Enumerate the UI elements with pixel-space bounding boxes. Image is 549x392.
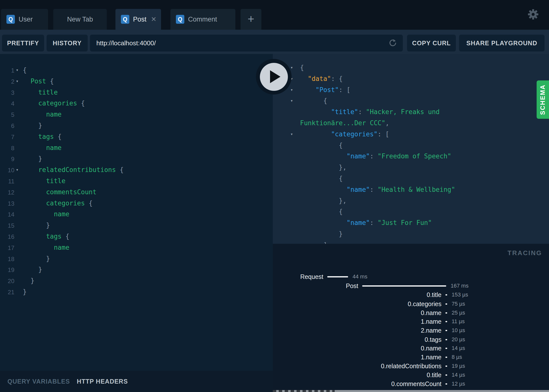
code-token: { (23, 66, 27, 74)
tracing-value: 20 µs (452, 335, 465, 344)
collapse-arrow-icon[interactable]: ▾ (290, 129, 293, 140)
response-token: { (339, 75, 343, 82)
fold-arrow-icon[interactable]: ▾ (16, 76, 19, 87)
line-number: 20 (0, 276, 14, 287)
tracing-label: 0.tags (273, 335, 441, 344)
response-token: "name" (347, 219, 370, 226)
reload-schema-icon[interactable] (388, 38, 397, 48)
tab-label: Comment (188, 16, 217, 23)
line-number: 9 (0, 154, 14, 165)
response-token: : (378, 130, 385, 138)
code-token: { (77, 99, 85, 107)
tracing-label: 0.commentsCount (273, 379, 441, 388)
tab-bar: QUserNew TabQPost✕QComment+ (0, 0, 549, 30)
response-line: "title": "Hacker, Freaks und (273, 106, 549, 118)
tracing-label: 0.name (273, 308, 441, 317)
tracing-value: 75 µs (452, 299, 465, 308)
code-token: { (85, 199, 92, 207)
editor-line: 5name (0, 109, 273, 120)
collapse-arrow-icon[interactable]: ▾ (290, 84, 293, 96)
code-token: { (62, 233, 69, 240)
editor-line: 7tags { (0, 131, 273, 142)
line-number: 15 (0, 220, 14, 231)
response-line: "name": "Freedom of Speech" (273, 151, 549, 162)
fold-arrow-icon[interactable]: ▾ (16, 65, 19, 76)
line-number: 21 (0, 287, 14, 298)
response-line: }, (273, 195, 549, 206)
copy-curl-button[interactable]: COPY CURL (407, 35, 456, 51)
execute-query-button[interactable] (256, 59, 292, 95)
response-token: : (358, 108, 366, 116)
response-token: ] (323, 241, 327, 244)
code-token: name (46, 111, 62, 118)
horizontal-scrollbar[interactable] (273, 390, 549, 392)
tracing-value: 14 µs (452, 344, 465, 353)
response-token: { (300, 64, 304, 71)
history-button[interactable]: HISTORY (47, 35, 88, 51)
editor-line: 1▾{ (0, 65, 273, 76)
response-token: [ (385, 130, 389, 138)
new-tab-button[interactable]: + (241, 9, 261, 30)
tracing-row: 0.name14 µs (273, 344, 549, 353)
schema-side-tab[interactable]: SCHEMA (537, 80, 549, 119)
response-token: "Freedom of Speech" (378, 152, 451, 160)
tab-label: Post (133, 16, 146, 23)
response-line: "name": "Just For Fun" (273, 217, 549, 228)
tracing-title: TRACING (508, 249, 542, 257)
tracing-bar (445, 303, 447, 305)
prettify-button[interactable]: PRETTIFY (2, 35, 44, 51)
tracing-row: 0.name25 µs (273, 308, 549, 317)
tracing-row: 0.title14 µs (273, 370, 549, 379)
editor-line: 12commentsCount (0, 187, 273, 198)
tab-user[interactable]: QUser (1, 9, 48, 30)
settings-gear-icon[interactable] (527, 8, 539, 20)
code-token: } (46, 221, 50, 229)
response-viewer: ▾{▾"data": {▾"Post": [▾{"title": "Hacker… (273, 54, 549, 244)
query-editor[interactable]: 1▾{2▾Post {3title4categories {5name6}7ta… (0, 54, 273, 371)
http-headers-tab[interactable]: HTTP HEADERS (77, 378, 128, 385)
close-tab-icon[interactable]: ✕ (151, 16, 157, 23)
tracing-bar (327, 276, 348, 277)
response-token: } (339, 230, 343, 238)
query-type-badge: Q (6, 15, 15, 24)
tab-post[interactable]: QPost✕ (115, 9, 161, 30)
response-token: : (339, 86, 347, 94)
collapse-arrow-icon[interactable]: ▾ (290, 95, 293, 106)
tab-comment[interactable]: QComment (170, 9, 235, 30)
line-number: 2 (0, 76, 14, 87)
tab-new-tab[interactable]: New Tab (53, 9, 107, 30)
code-token: relatedContributions (38, 166, 116, 173)
response-token: }, (339, 164, 347, 171)
fold-arrow-icon[interactable]: ▾ (16, 164, 19, 175)
scrollbar-thumb[interactable] (273, 390, 335, 392)
code-token: } (30, 277, 34, 284)
tab-label: User (19, 16, 33, 23)
response-line: ▾{ (273, 95, 549, 106)
endpoint-url-input[interactable]: http://localhost:4000/ (90, 35, 403, 51)
response-token: { (339, 142, 343, 149)
code-token: categories (46, 199, 85, 207)
tracing-row: Request44 ms (273, 272, 549, 281)
code-token: name (54, 244, 69, 251)
code-token: name (54, 210, 69, 218)
tracing-value: 12 µs (452, 379, 465, 388)
query-variables-tab[interactable]: QUERY VARIABLES (7, 378, 70, 385)
bottom-drawer-bar: QUERY VARIABLES HTTP HEADERS (0, 371, 273, 392)
line-number: 5 (0, 109, 14, 121)
tracing-row: 1.name8 µs (273, 353, 549, 362)
tracing-panel: TRACING Request44 msPost167 ms0.title153… (273, 244, 549, 392)
editor-line: 8name (0, 142, 273, 153)
tracing-value: 14 µs (452, 370, 465, 379)
response-token: "Hacker, Freaks und (366, 108, 439, 116)
tracing-value: 25 µs (452, 308, 465, 317)
play-icon (260, 63, 288, 91)
tracing-label: Post (273, 281, 358, 290)
line-number: 4 (0, 98, 14, 109)
code-token: name (46, 144, 62, 151)
response-line: ▾{ (273, 62, 549, 73)
line-number: 3 (0, 87, 14, 98)
share-playground-button[interactable]: SHARE PLAYGROUND (459, 35, 545, 51)
query-type-badge: Q (121, 15, 129, 24)
tracing-label: 0.categories (273, 299, 441, 308)
line-number: 12 (0, 187, 14, 198)
